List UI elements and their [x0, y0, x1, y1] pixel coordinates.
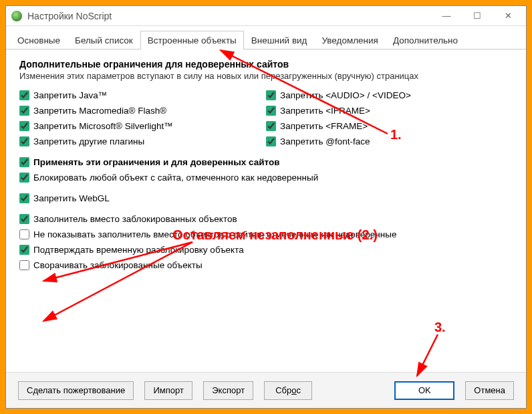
check-placeholder[interactable]: Заполнитель вместо заблокированных объек… [19, 211, 513, 227]
minimize-button[interactable]: — [431, 6, 462, 26]
tab-embedded[interactable]: Встроенные объекты [140, 31, 244, 49]
tab-content: Дополнительные ограничения для недоверен… [6, 49, 526, 372]
import-button[interactable]: Импорт [144, 381, 192, 400]
app-icon [11, 11, 22, 21]
check-fontface[interactable]: Запретить @font-face [266, 134, 513, 149]
check-iframe[interactable]: Запретить <IFRAME> [266, 103, 513, 118]
check-collapse-blocked[interactable]: Сворачивать заблокированные объекты [19, 257, 513, 273]
check-frame[interactable]: Запретить <FRAME> [266, 118, 513, 134]
check-confirm-unblock[interactable]: Подтверждать временную разблокировку объ… [19, 242, 513, 257]
ok-button[interactable]: OK [394, 381, 454, 400]
check-audio-video[interactable]: Запретить <AUDIO> / <VIDEO> [266, 88, 513, 103]
check-webgl[interactable]: Запретить WebGL [19, 191, 513, 206]
tab-advanced[interactable]: Дополнительно [386, 31, 465, 49]
close-button[interactable]: ✕ [493, 6, 523, 26]
check-block-untrusted-any[interactable]: Блокировать любой объект с сайта, отмече… [19, 170, 513, 185]
button-bar: Сделать пожертвование Импорт Экспорт Сбр… [6, 372, 526, 408]
check-other-plugins[interactable]: Запретить другие плагины [19, 134, 266, 149]
check-hide-untrusted-placeholder[interactable]: Не показывать заполнитель вместо объекто… [19, 227, 513, 242]
reset-button[interactable]: Сброс [264, 381, 312, 400]
tab-strip: Основные Белый список Встроенные объекты… [6, 26, 526, 49]
check-apply-trusted[interactable]: Применять эти ограничения и для доверенн… [19, 154, 513, 170]
cancel-button[interactable]: Отмена [465, 381, 514, 400]
section-title: Дополнительные ограничения для недоверен… [19, 59, 513, 70]
check-flash[interactable]: Запретить Macromedia® Flash® [19, 103, 266, 118]
maximize-button[interactable]: ☐ [462, 6, 493, 26]
tab-notifications[interactable]: Уведомления [315, 31, 386, 49]
export-button[interactable]: Экспорт [203, 381, 253, 400]
check-silverlight[interactable]: Запретить Microsoft® Silverlight™ [19, 118, 266, 134]
check-java[interactable]: Запретить Java™ [19, 88, 266, 103]
titlebar: Настройки NoScript — ☐ ✕ [6, 6, 526, 26]
window-title: Настройки NoScript [27, 11, 431, 21]
settings-window: Настройки NoScript — ☐ ✕ Основные Белый … [5, 5, 527, 409]
tab-general[interactable]: Основные [10, 31, 68, 49]
section-subtitle: Изменения этих параметров вступают в сил… [19, 71, 513, 81]
donate-button[interactable]: Сделать пожертвование [18, 381, 134, 400]
tab-appearance[interactable]: Внешний вид [244, 31, 315, 49]
tab-whitelist[interactable]: Белый список [68, 31, 140, 49]
